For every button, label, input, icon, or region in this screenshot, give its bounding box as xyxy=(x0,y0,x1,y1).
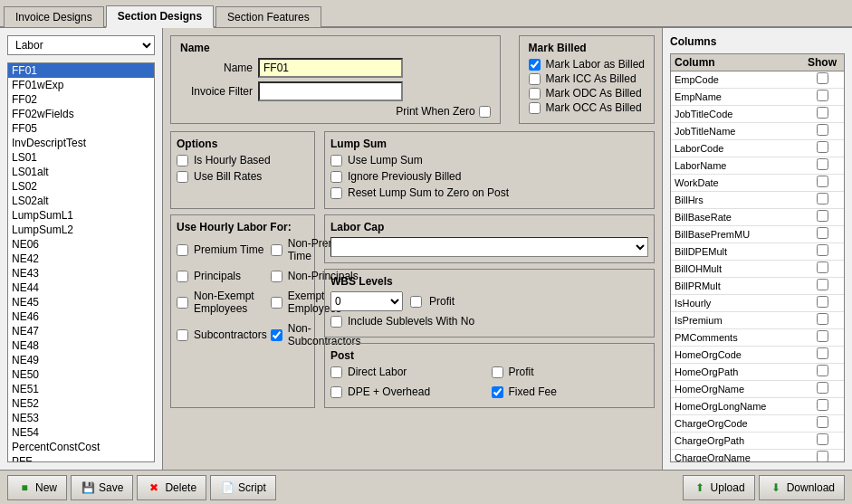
column-show-checkbox[interactable] xyxy=(817,279,828,290)
list-item[interactable]: FF01wExp xyxy=(8,78,154,92)
include-sublevels-checkbox[interactable] xyxy=(330,316,342,328)
column-show[interactable] xyxy=(804,313,840,328)
column-show[interactable] xyxy=(804,262,840,276)
list-item[interactable]: LumpSumL1 xyxy=(8,208,154,223)
column-show-checkbox[interactable] xyxy=(817,451,828,462)
labor-cap-select[interactable] xyxy=(330,237,648,257)
column-show[interactable] xyxy=(804,244,840,259)
list-item[interactable]: FF02wFields xyxy=(8,107,154,121)
column-show[interactable] xyxy=(804,107,840,121)
column-show[interactable] xyxy=(804,227,840,242)
column-show-checkbox[interactable] xyxy=(817,124,828,136)
script-button[interactable]: 📄 Script xyxy=(210,475,276,500)
column-show[interactable] xyxy=(804,433,840,448)
mark-labor-checkbox[interactable] xyxy=(529,59,541,71)
list-item[interactable]: NE44 xyxy=(8,281,154,295)
column-show-checkbox[interactable] xyxy=(817,107,828,119)
non-subcontractors-checkbox[interactable] xyxy=(271,329,282,341)
column-show[interactable] xyxy=(804,330,840,345)
list-item[interactable]: LS02 xyxy=(8,179,154,194)
fixed-fee-checkbox[interactable] xyxy=(492,386,503,398)
column-show-checkbox[interactable] xyxy=(817,262,828,273)
list-item[interactable]: NE52 xyxy=(8,396,154,411)
column-show[interactable] xyxy=(804,382,840,396)
column-show-checkbox[interactable] xyxy=(817,158,828,170)
list-item[interactable]: NE48 xyxy=(8,338,154,353)
non-exempt-checkbox[interactable] xyxy=(177,297,188,309)
list-item[interactable]: NE49 xyxy=(8,353,154,367)
list-item[interactable]: LumpSumL2 xyxy=(8,223,154,237)
exempt-checkbox[interactable] xyxy=(271,297,282,309)
list-item[interactable]: LS01alt xyxy=(8,165,154,179)
column-show[interactable] xyxy=(804,158,840,173)
list-item[interactable]: PercentConstCost xyxy=(8,440,154,454)
list-item[interactable]: NE53 xyxy=(8,411,154,425)
column-show-checkbox[interactable] xyxy=(817,244,828,256)
list-item[interactable]: NE51 xyxy=(8,382,154,396)
column-show[interactable] xyxy=(804,399,840,414)
bill-rates-checkbox[interactable] xyxy=(177,171,188,183)
list-item[interactable]: NE45 xyxy=(8,295,154,309)
save-button[interactable]: 💾 Save xyxy=(71,475,133,500)
column-show[interactable] xyxy=(804,176,840,190)
list-item[interactable]: FF01 xyxy=(8,63,154,78)
subcontractors-checkbox[interactable] xyxy=(177,329,188,341)
reset-lump-sum-checkbox[interactable] xyxy=(330,187,342,199)
tab-section-features[interactable]: Section Features xyxy=(215,6,321,27)
download-button[interactable]: ⬇ Download xyxy=(759,475,845,500)
column-show-checkbox[interactable] xyxy=(817,416,828,428)
name-input[interactable] xyxy=(258,58,403,78)
column-show[interactable] xyxy=(804,365,840,379)
column-show-checkbox[interactable] xyxy=(817,193,828,204)
list-item[interactable]: NE47 xyxy=(8,324,154,338)
delete-button[interactable]: ✖ Delete xyxy=(137,475,206,500)
column-show-checkbox[interactable] xyxy=(817,296,828,308)
list-item[interactable]: InvDescriptTest xyxy=(8,136,154,150)
column-show-checkbox[interactable] xyxy=(817,433,828,445)
list-item[interactable]: PFF xyxy=(8,454,154,462)
new-button[interactable]: ■ New xyxy=(7,475,67,500)
tab-invoice-designs[interactable]: Invoice Designs xyxy=(4,6,104,27)
column-show[interactable] xyxy=(804,279,840,293)
non-principals-checkbox[interactable] xyxy=(271,271,282,282)
profit-checkbox[interactable] xyxy=(492,366,503,378)
column-show[interactable] xyxy=(804,347,840,362)
column-show[interactable] xyxy=(804,416,840,431)
premium-time-checkbox[interactable] xyxy=(177,244,188,256)
column-show[interactable] xyxy=(804,296,840,310)
column-show[interactable] xyxy=(804,141,840,156)
column-show[interactable] xyxy=(804,90,840,104)
column-show-checkbox[interactable] xyxy=(817,382,828,394)
list-item[interactable]: NE42 xyxy=(8,252,154,266)
list-item[interactable]: LS01 xyxy=(8,150,154,165)
column-show[interactable] xyxy=(804,72,840,87)
principals-checkbox[interactable] xyxy=(177,271,188,282)
non-premium-time-checkbox[interactable] xyxy=(271,244,282,256)
ignore-previously-billed-checkbox[interactable] xyxy=(330,171,342,183)
column-show-checkbox[interactable] xyxy=(817,365,828,376)
list-item[interactable]: LS02alt xyxy=(8,194,154,208)
hourly-based-checkbox[interactable] xyxy=(177,155,188,166)
mark-icc-checkbox[interactable] xyxy=(529,73,541,85)
column-show[interactable] xyxy=(804,451,840,462)
list-item[interactable]: NE54 xyxy=(8,425,154,440)
column-show-checkbox[interactable] xyxy=(817,330,828,342)
list-item[interactable]: FF05 xyxy=(8,121,154,136)
list-item[interactable]: NE06 xyxy=(8,237,154,252)
column-show-checkbox[interactable] xyxy=(817,210,828,222)
wbs-profit-checkbox[interactable] xyxy=(410,296,422,308)
column-show-checkbox[interactable] xyxy=(817,313,828,325)
list-item[interactable]: NE50 xyxy=(8,367,154,382)
list-item[interactable]: NE43 xyxy=(8,266,154,281)
direct-labor-checkbox[interactable] xyxy=(330,366,342,378)
filter-input[interactable] xyxy=(258,81,403,101)
tab-section-designs[interactable]: Section Designs xyxy=(106,5,214,28)
column-show[interactable] xyxy=(804,124,840,138)
column-show-checkbox[interactable] xyxy=(817,227,828,239)
list-item[interactable]: FF02 xyxy=(8,92,154,107)
column-show-checkbox[interactable] xyxy=(817,347,828,359)
column-show-checkbox[interactable] xyxy=(817,72,828,84)
mark-occ-checkbox[interactable] xyxy=(529,102,541,114)
column-show-checkbox[interactable] xyxy=(817,90,828,101)
column-show-checkbox[interactable] xyxy=(817,399,828,411)
